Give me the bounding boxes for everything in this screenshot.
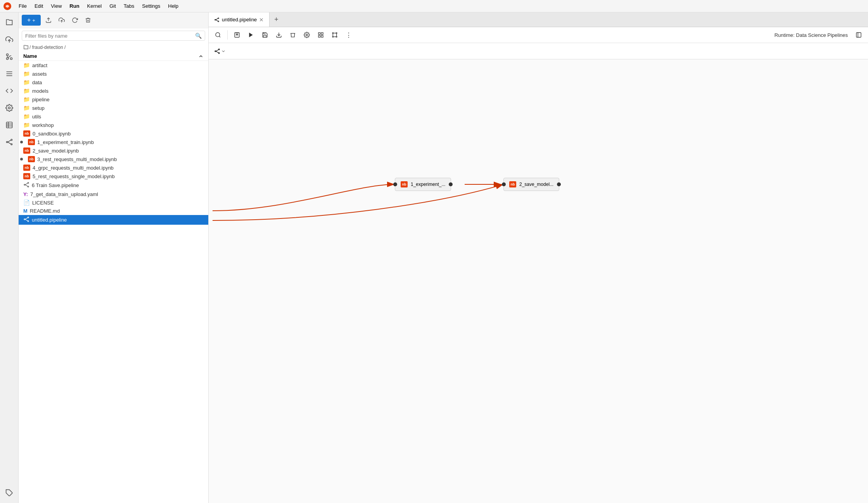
- menu-file[interactable]: File: [16, 2, 30, 10]
- notebook-icon-node1: nb: [401, 181, 408, 187]
- file-license[interactable]: 📄 LICENSE: [19, 198, 208, 207]
- panel-toggle-button[interactable]: [852, 29, 865, 41]
- activity-upload[interactable]: [2, 33, 16, 47]
- pipeline-node-1[interactable]: nb 1_experiment_...: [395, 178, 451, 191]
- file-0-sandbox[interactable]: nb 0_sandbox.ipynb: [19, 129, 208, 138]
- separator: [227, 30, 228, 40]
- folder-pipeline[interactable]: 📁 pipeline: [19, 95, 208, 104]
- folder-workshop[interactable]: 📁 workshop: [19, 121, 208, 129]
- pipeline-toolbar-2: [209, 43, 868, 59]
- folder-assets[interactable]: 📁 assets: [19, 69, 208, 78]
- activity-table[interactable]: [2, 118, 16, 132]
- new-tab-button[interactable]: +: [270, 16, 283, 24]
- svg-point-2: [10, 58, 12, 60]
- menu-kernel[interactable]: Kernel: [84, 2, 105, 10]
- pipeline-icon-selected: [23, 216, 29, 224]
- folder-name: assets: [32, 71, 47, 77]
- file-3-rest-multi[interactable]: nb 3_rest_requests_multi_model.ipynb: [19, 155, 208, 163]
- upload-files-button[interactable]: [43, 15, 54, 26]
- activity-list[interactable]: [2, 67, 16, 81]
- file-7-yaml[interactable]: Y: 7_get_data_train_upload.yaml: [19, 190, 208, 198]
- menu-git[interactable]: Git: [106, 2, 119, 10]
- save-to-palette-button[interactable]: [231, 29, 243, 41]
- activity-files[interactable]: [2, 16, 16, 29]
- activity-nodes[interactable]: [2, 135, 16, 149]
- refresh-button[interactable]: [69, 15, 80, 26]
- folder-icon: 📁: [23, 88, 30, 94]
- menu-run[interactable]: Run: [66, 2, 82, 10]
- menu-tabs[interactable]: Tabs: [121, 2, 137, 10]
- file-name: 3_rest_requests_multi_model.ipynb: [37, 156, 117, 162]
- app-logo: [3, 2, 12, 10]
- notebook-icon: nb: [23, 130, 30, 137]
- svg-point-22: [24, 184, 25, 186]
- svg-line-35: [216, 18, 218, 20]
- search-pipeline-button[interactable]: [212, 29, 224, 41]
- breadcrumb: / fraud-detection /: [19, 43, 208, 52]
- clear-button[interactable]: [83, 15, 93, 26]
- file-readme[interactable]: M README.md: [19, 207, 208, 215]
- folder-icon: 📁: [23, 79, 30, 85]
- tab-bar: untitled.pipeline ✕ +: [209, 12, 868, 27]
- file-6-train-save-pipeline[interactable]: 6 Train Save.pipeline: [19, 180, 208, 190]
- pipeline-node-2[interactable]: nb 2_save_model...: [503, 178, 559, 191]
- activity-extensions[interactable]: [2, 486, 16, 500]
- node1-left-port[interactable]: [393, 182, 397, 186]
- menu-settings[interactable]: Settings: [139, 2, 163, 10]
- file-4-grpc-multi[interactable]: nb 4_grpc_requests_multi_model.ipynb: [19, 163, 208, 172]
- save-button[interactable]: [259, 29, 271, 41]
- svg-point-14: [6, 141, 7, 142]
- svg-point-59: [218, 52, 220, 54]
- node2-right-port[interactable]: [557, 182, 561, 186]
- node-palette-button[interactable]: [329, 29, 341, 41]
- svg-point-47: [332, 33, 334, 34]
- folder-data[interactable]: 📁 data: [19, 78, 208, 87]
- notebook-icon: nb: [23, 165, 30, 171]
- tab-close-button[interactable]: ✕: [259, 17, 264, 23]
- clear-pipeline-button[interactable]: [287, 29, 299, 41]
- svg-rect-45: [321, 35, 323, 37]
- sidebar: + +: [19, 12, 209, 503]
- tab-untitled-pipeline[interactable]: untitled.pipeline ✕: [209, 12, 270, 27]
- folder-artifact[interactable]: 📁 artifact: [19, 61, 208, 69]
- file-1-experiment[interactable]: nb 1_experiment_train.ipynb: [19, 138, 208, 146]
- file-name: 6 Train Save.pipeline: [32, 182, 79, 188]
- node-type-dropdown[interactable]: [212, 47, 228, 56]
- zoom-fit-button[interactable]: [315, 29, 327, 41]
- folder-utils[interactable]: 📁 utils: [19, 112, 208, 121]
- file-5-rest-single[interactable]: nb 5_rest_requests_single_model.ipynb: [19, 172, 208, 180]
- pipeline-canvas[interactable]: nb 1_experiment_... nb 2_save_model...: [209, 59, 868, 503]
- svg-rect-44: [321, 33, 323, 35]
- file-name: 1_experiment_train.ipynb: [37, 139, 94, 145]
- search-box[interactable]: 🔍: [22, 31, 205, 41]
- file-name: 2_save_model.ipynb: [33, 148, 79, 154]
- svg-point-15: [11, 139, 12, 140]
- file-name: 5_rest_requests_single_model.ipynb: [33, 173, 115, 179]
- pipeline-properties-button[interactable]: [301, 29, 313, 41]
- upload-folder-button[interactable]: [56, 15, 67, 26]
- dot-indicator: [20, 158, 23, 161]
- breadcrumb-text: / fraud-detection /: [29, 45, 66, 50]
- pipeline-toolbar: ⋮ Runtime: Data Science Pipelines: [209, 27, 868, 43]
- activity-settings[interactable]: [2, 101, 16, 115]
- menu-help[interactable]: Help: [165, 2, 182, 10]
- svg-rect-39: [235, 33, 239, 37]
- activity-git[interactable]: [2, 50, 16, 64]
- new-button[interactable]: + +: [22, 15, 41, 26]
- menu-edit[interactable]: Edit: [31, 2, 46, 10]
- folder-setup[interactable]: 📁 setup: [19, 104, 208, 112]
- activity-code[interactable]: [2, 84, 16, 98]
- folder-icon: 📁: [23, 122, 30, 128]
- export-button[interactable]: [273, 29, 285, 41]
- folder-models[interactable]: 📁 models: [19, 87, 208, 95]
- search-input[interactable]: [25, 33, 195, 39]
- file-2-save-model[interactable]: nb 2_save_model.ipynb: [19, 146, 208, 155]
- menu-view[interactable]: View: [48, 2, 65, 10]
- svg-line-30: [25, 218, 28, 219]
- run-pipeline-button[interactable]: [245, 29, 257, 41]
- more-options-button[interactable]: ⋮: [342, 29, 355, 41]
- sidebar-toolbar: + +: [19, 12, 208, 28]
- file-untitled-pipeline[interactable]: untitled.pipeline: [19, 215, 208, 225]
- node2-left-port[interactable]: [502, 182, 506, 186]
- node1-right-port[interactable]: [449, 182, 453, 186]
